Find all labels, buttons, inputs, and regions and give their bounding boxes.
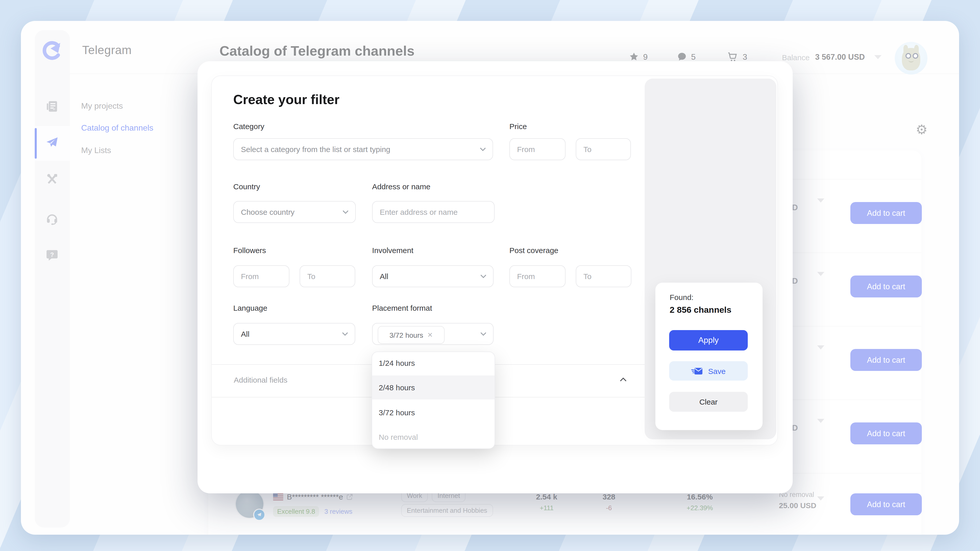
placement-format-dropdown: 1/24 hours 2/48 hours 3/72 hours No remo…: [372, 351, 495, 449]
language-label: Language: [233, 303, 267, 312]
found-count: 2 856 channels: [670, 305, 732, 315]
chevron-down-icon: [342, 332, 348, 336]
involvement-select[interactable]: All: [372, 265, 493, 287]
price-to-input[interactable]: [576, 138, 631, 160]
chevron-up-icon[interactable]: [620, 377, 627, 382]
found-summary-card: Found: 2 856 channels Apply Save Clear: [655, 283, 762, 430]
desktop-background: Telegram: [0, 0, 980, 551]
apply-button[interactable]: Apply: [669, 330, 748, 351]
country-select[interactable]: Choose country: [233, 201, 356, 223]
placement-format-select[interactable]: 3/72 hours ✕: [372, 323, 493, 345]
chip-close-icon[interactable]: ✕: [427, 331, 433, 339]
save-button-label: Save: [708, 367, 725, 375]
chevron-down-icon: [480, 332, 487, 336]
clear-button[interactable]: Clear: [669, 392, 748, 412]
category-select[interactable]: Select a category from the list or start…: [233, 138, 493, 160]
dropdown-option-disabled[interactable]: No removal: [372, 424, 495, 449]
involvement-label: Involvement: [372, 246, 414, 254]
involvement-value: All: [380, 272, 388, 281]
category-label: Category: [233, 122, 264, 130]
language-value: All: [241, 330, 249, 338]
followers-from-input[interactable]: [233, 265, 290, 287]
country-label: Country: [233, 182, 260, 191]
price-from-input[interactable]: [509, 138, 566, 160]
dropdown-option-highlighted[interactable]: 2/48 hours: [372, 375, 495, 400]
dropdown-option[interactable]: 3/72 hours: [372, 400, 495, 424]
post-coverage-label: Post coverage: [509, 246, 558, 254]
dropdown-option[interactable]: 1/24 hours: [372, 352, 495, 373]
additional-fields-label: Additional fields: [234, 375, 287, 384]
app-window: Telegram: [21, 21, 959, 535]
placement-format-label: Placement format: [372, 303, 432, 312]
send-mail-icon: [691, 367, 703, 375]
chevron-down-icon: [342, 210, 348, 214]
price-label: Price: [509, 122, 527, 130]
country-placeholder: Choose country: [241, 208, 294, 216]
post-coverage-to-input[interactable]: [576, 265, 632, 287]
placement-chip[interactable]: 3/72 hours ✕: [378, 326, 445, 344]
found-label: Found:: [670, 293, 694, 302]
chevron-down-icon: [480, 274, 487, 278]
post-coverage-from-input[interactable]: [509, 265, 566, 287]
placement-chip-label: 3/72 hours: [390, 331, 423, 339]
followers-label: Followers: [233, 246, 266, 254]
followers-to-input[interactable]: [300, 265, 355, 287]
language-select[interactable]: All: [233, 323, 355, 345]
chevron-down-icon: [480, 147, 486, 151]
address-input[interactable]: [372, 201, 495, 223]
modal-title: Create your filter: [233, 92, 339, 108]
filter-modal: Create your filter Category Price Select…: [197, 61, 793, 493]
category-placeholder: Select a category from the list or start…: [241, 145, 390, 154]
save-button[interactable]: Save: [669, 361, 748, 381]
address-label: Address or name: [372, 182, 430, 191]
